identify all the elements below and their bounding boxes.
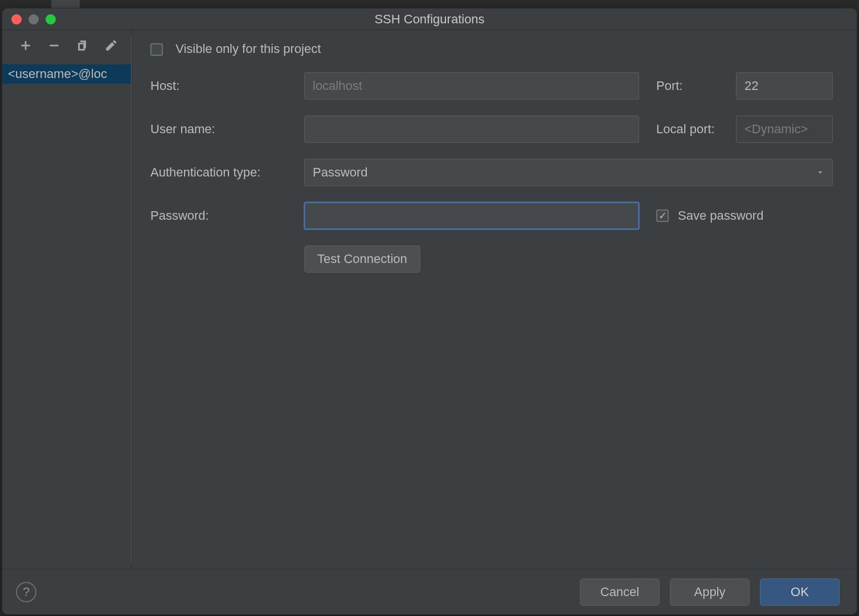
edit-config-button[interactable] [104,40,118,55]
ssh-config-dialog: SSH Configurations [2,8,857,615]
cancel-button[interactable]: Cancel [580,578,660,606]
dialog-title: SSH Configurations [2,12,857,27]
config-form: Visible only for this project Host: Port… [132,30,857,569]
host-label: Host: [150,79,304,93]
host-input[interactable] [304,72,639,100]
add-config-button[interactable] [18,40,33,55]
save-password-label: Save password [678,208,763,223]
chevron-down-icon [816,165,824,180]
minimize-window-button[interactable] [28,14,39,24]
sidebar-separator [131,36,132,563]
username-label: User name: [150,122,304,137]
close-window-button[interactable] [11,14,22,24]
visible-only-row: Visible only for this project [150,42,833,56]
save-password-checkbox[interactable] [656,210,669,222]
zoom-window-button[interactable] [46,14,56,24]
config-list-item-label: <username>@loc [8,67,107,81]
copy-config-button[interactable] [75,40,90,55]
titlebar: SSH Configurations [2,9,857,30]
window-controls [11,14,56,24]
local-port-label: Local port: [656,122,736,137]
minus-icon [48,39,60,55]
ok-button[interactable]: OK [760,578,840,606]
help-button[interactable]: ? [16,582,36,602]
auth-type-value: Password [313,165,368,180]
config-list-panel: <username>@loc [2,30,132,569]
password-label: Password: [150,208,304,223]
plus-icon [19,39,32,55]
copy-icon [76,39,89,55]
save-password-row: Save password [656,208,833,223]
auth-type-label: Authentication type: [150,165,304,180]
username-input[interactable] [304,116,639,143]
auth-type-select[interactable]: Password [304,159,833,186]
visible-only-checkbox[interactable] [150,43,163,56]
local-port-display: <Dynamic> [736,116,833,143]
dialog-footer: ? Cancel Apply OK [2,569,857,614]
remove-config-button[interactable] [47,40,62,55]
config-list-toolbar [2,30,132,64]
config-list-item[interactable]: <username>@loc [2,64,132,84]
password-input[interactable] [304,202,639,229]
apply-button[interactable]: Apply [670,578,750,606]
pencil-icon [105,39,117,55]
test-connection-button[interactable]: Test Connection [304,245,420,273]
port-label: Port: [656,79,736,93]
port-input[interactable] [736,72,833,100]
visible-only-label: Visible only for this project [175,42,321,56]
